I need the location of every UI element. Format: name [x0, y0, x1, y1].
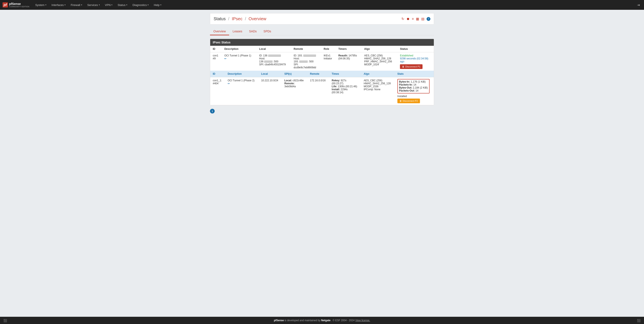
col-role: Role: [321, 46, 336, 52]
ipsec-status-panel: IPsec Status ID Description Local Remote…: [210, 39, 434, 105]
disconnect-p2-button[interactable]: 🗑 Disconnect P2: [398, 99, 420, 103]
p1-role: IKEv1 Initiator: [321, 52, 336, 71]
breadcrumb-status: Status: [214, 16, 226, 21]
chart-icon[interactable]: ▦: [416, 17, 419, 21]
chevron-down-icon: ▾: [99, 4, 100, 6]
p2-col-description: Description: [225, 71, 258, 77]
nav-services[interactable]: Services ▾: [85, 0, 102, 10]
nav-firewall[interactable]: Firewall ▾: [68, 0, 85, 10]
chevron-down-icon: ▾: [81, 4, 82, 6]
col-description: Description: [222, 46, 256, 52]
p1-remote: ID: 193. Host: 193. :500 SPI:: [291, 52, 321, 71]
phase2-data-row: con1_1: #404 OCI Tunnel 1 (Phase 2) ✏ 10…: [210, 77, 434, 105]
breadcrumb-panel: Status / IPsec / Overview ↻ ⏺ ≡ ▦ ▤ ?: [210, 13, 434, 24]
p2-col-id: ID: [210, 71, 225, 77]
phase1-table: ID Description Local Remote Role Timers …: [210, 46, 434, 71]
trash-icon: 🗑: [402, 65, 404, 68]
p2-local: 10.222.10.0/24: [258, 77, 282, 105]
chevron-down-icon: ▾: [64, 4, 66, 6]
p2-spis: Local: c922c48e Remote: 3eb08d4a: [282, 77, 307, 105]
breadcrumb: Status / IPsec / Overview: [214, 16, 266, 21]
logo-text: pf: [4, 3, 7, 6]
nav-system[interactable]: System ▾: [32, 0, 49, 10]
phase2-header-row: ID Description Local SPI(s) Remote Times…: [210, 71, 434, 77]
p1-local: ID: 136 Host: 136 :500 SPI:: [256, 52, 291, 71]
brand: pf pfSense COMMUNITY EDITION: [2, 2, 29, 8]
brand-name: pfSense COMMUNITY EDITION: [9, 2, 29, 8]
chevron-down-icon: ▾: [160, 4, 162, 6]
chevron-down-icon: ▾: [126, 4, 127, 6]
nav-diagnostics[interactable]: Diagnostics ▾: [130, 0, 151, 10]
phase1-data-row: con1 #9 OCI Tunnel 1 (Phase 1) ✏ ID: 136: [210, 52, 434, 71]
phase1-header-row: ID Description Local Remote Role Timers …: [210, 46, 434, 52]
breadcrumb-overview[interactable]: Overview: [248, 16, 266, 21]
redacted-remote-id: [303, 54, 316, 57]
p2-stats: Bytes-In: 1,176 (1 KiB) Packets-In: 14 B…: [395, 77, 434, 105]
nav-help[interactable]: Help ▾: [151, 0, 164, 10]
info-icon[interactable]: i: [210, 109, 215, 113]
col-remote: Remote: [291, 46, 321, 52]
col-status: Status: [398, 46, 434, 52]
p2-col-algo: Algo: [361, 71, 395, 77]
main-content: Status / IPsec / Overview ↻ ⏺ ≡ ▦ ▤ ? Ov…: [205, 10, 439, 120]
p1-status: Established 9298 seconds (02:34:58) ago …: [398, 52, 434, 71]
navbar: pf pfSense COMMUNITY EDITION System ▾ In…: [0, 0, 644, 10]
p2-id: con1_1: #404: [210, 77, 225, 105]
redacted-remote-host: [299, 60, 308, 63]
p1-algo: AES_CBC (256) HMAC_SHA2_256_128 PRF_HMAC…: [362, 52, 398, 71]
redacted-local-id: [268, 54, 281, 57]
p2-algo: AES_CBC (256) HMAC_SHA2_256_128 MODP_153…: [361, 77, 395, 105]
p2-description: OCI Tunnel 1 (Phase 2) ✏: [225, 77, 258, 105]
p1-edit-icon[interactable]: ✏: [224, 57, 254, 60]
chevron-down-icon: ▾: [148, 4, 149, 6]
p2-times: Rekey: 927s (00:15:27) Life: 1306s (00:2…: [329, 77, 361, 105]
p2-col-times: Times: [329, 71, 361, 77]
p1-timers: Reauth: 14795s (04:06:35): [336, 52, 362, 71]
tab-overview[interactable]: Overview: [210, 28, 229, 35]
p2-col-remote: Remote: [307, 71, 329, 77]
redacted-local-host: [264, 60, 272, 63]
p1-id: con1 #9: [210, 52, 222, 71]
p2-col-local: Local: [258, 71, 282, 77]
record-icon[interactable]: ⏺: [406, 17, 410, 21]
nav-vpn[interactable]: VPN ▾: [102, 0, 115, 10]
tab-leases[interactable]: Leases: [229, 28, 246, 35]
phase2-table: ID Description Local SPI(s) Remote Times…: [210, 71, 434, 105]
tabs: Overview Leases SADs SPDs: [210, 28, 434, 35]
stats-highlight-box: Bytes-In: 1,176 (1 KiB) Packets-In: 14 B…: [398, 79, 430, 93]
p2-remote: 172.16.0.0/16: [307, 77, 329, 105]
refresh-icon[interactable]: ↻: [402, 17, 404, 21]
p1-description: OCI Tunnel 1 (Phase 1) ✏: [222, 52, 256, 71]
ipsec-status-title: IPsec Status: [210, 39, 434, 46]
col-timers: Timers: [336, 46, 362, 52]
col-algo: Algo: [362, 46, 398, 52]
disconnect-p1-button[interactable]: 🗑 Disconnect P1: [400, 64, 422, 69]
nav-items: System ▾ Interfaces ▾ Firewall ▾ Service…: [32, 0, 635, 10]
breadcrumb-ipsec[interactable]: IPsec: [232, 16, 242, 21]
tab-sads[interactable]: SADs: [246, 28, 260, 35]
logo: pf: [2, 2, 8, 7]
help-icon[interactable]: ?: [426, 17, 430, 21]
table-icon[interactable]: ▤: [421, 17, 424, 21]
p2-col-stats: Stats: [395, 71, 434, 77]
nav-interfaces[interactable]: Interfaces ▾: [49, 0, 68, 10]
breadcrumb-icons: ↻ ⏺ ≡ ▦ ▤ ?: [402, 17, 430, 21]
p2-edit-icon[interactable]: ✏: [228, 82, 256, 85]
nav-status[interactable]: Status ▾: [115, 0, 130, 10]
chevron-down-icon: ▾: [45, 4, 46, 6]
tab-spds[interactable]: SPDs: [260, 28, 274, 35]
col-id: ID: [210, 46, 222, 52]
trash-icon: 🗑: [400, 100, 402, 102]
logout-button[interactable]: ⇥: [635, 3, 642, 7]
col-local: Local: [256, 46, 291, 52]
chevron-down-icon: ▾: [112, 4, 112, 6]
filter-icon[interactable]: ≡: [412, 17, 414, 21]
p2-col-spis: SPI(s): [282, 71, 307, 77]
